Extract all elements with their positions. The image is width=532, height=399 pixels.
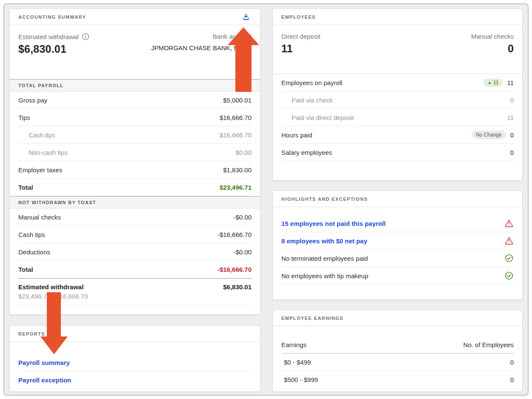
table-row: $0 - $499 0 xyxy=(281,353,514,371)
employees-header: EMPLOYEES xyxy=(273,9,522,25)
table-row: Manual checks -$0.00 xyxy=(18,208,252,226)
estimated-withdrawal-label: Estimated withdrawal xyxy=(18,33,79,40)
exception-row: 8 employees with $0 net pay xyxy=(281,232,514,250)
estimated-withdrawal-value: $6,830.01 xyxy=(18,43,89,55)
not-paid-employees-link[interactable]: 15 employees not paid this payroll xyxy=(281,220,386,227)
accounting-summary-header: ACCOUNTING SUMMARY xyxy=(10,9,260,25)
accounting-summary-title: ACCOUNTING SUMMARY xyxy=(18,14,86,20)
table-row: Paid via direct deposit 11 xyxy=(281,109,514,126)
employee-earnings-card: EMPLOYEE EARNINGS Earnings No. of Employ… xyxy=(272,310,523,392)
download-icon xyxy=(241,12,251,22)
no-change-badge: No Change xyxy=(472,131,506,139)
not-withdrawn-rows: Manual checks -$0.00 Cash tips -$16,666.… xyxy=(10,208,260,278)
highlights-rows: 15 employees not paid this payroll 8 emp… xyxy=(273,215,522,285)
table-row: Cash tips $16,666.70 xyxy=(18,126,252,144)
footer-formula: $23,496.71 - $16,666.70 xyxy=(18,293,88,300)
accounting-summary-card: ACCOUNTING SUMMARY Estimated withdrawal … xyxy=(9,9,260,315)
payroll-exception-link[interactable]: Payroll exception xyxy=(18,376,71,384)
bank-account-label: Bank account xyxy=(151,33,252,40)
table-row: Gross pay $5,000.01 xyxy=(18,91,252,109)
withdrawal-summary: Estimated withdrawal $6,830.01 Bank acco… xyxy=(10,25,260,79)
estimated-withdrawal-footer: Estimated withdrawal $23,496.71 - $16,66… xyxy=(10,279,260,305)
total-payroll-total-row: Total $23,496.71 xyxy=(18,179,252,196)
table-row: Hours paid No Change 0 xyxy=(281,126,514,144)
table-row: Non-cash tips $0.00 xyxy=(18,144,252,161)
warning-icon xyxy=(504,219,514,228)
earnings-table-header: Earnings No. of Employees xyxy=(281,336,514,353)
direct-deposit-value: 11 xyxy=(281,43,320,55)
employees-title: EMPLOYEES xyxy=(281,14,316,20)
employees-summary: Direct deposit 11 Manual checks 0 xyxy=(273,25,522,74)
earnings-column-header: Earnings xyxy=(281,341,306,348)
check-icon xyxy=(504,254,514,263)
info-icon[interactable] xyxy=(82,33,89,40)
reports-title: REPORTS xyxy=(18,331,45,336)
bank-account-value: JPMORGAN CHASE BANK, NA•••• xyxy=(151,44,252,51)
triangle-up-icon: ▲ xyxy=(488,80,492,86)
footer-label: Estimated withdrawal xyxy=(18,283,88,291)
highlights-card: HIGHLIGHTS AND EXCEPTIONS 15 employees n… xyxy=(272,191,523,300)
employees-card: EMPLOYEES Direct deposit 11 Manual check… xyxy=(272,9,523,181)
table-row: Cash tips -$16,666.70 xyxy=(18,226,252,243)
highlights-header: HIGHLIGHTS AND EXCEPTIONS xyxy=(273,191,522,207)
table-row: $500 - $999 0 xyxy=(281,371,514,388)
payroll-summary-link[interactable]: Payroll summary xyxy=(18,359,70,366)
total-payroll-rows: Gross pay $5,000.01 Tips $16,666.70 Cash… xyxy=(10,91,260,196)
table-row: Salary employees 0 xyxy=(281,144,514,161)
zero-net-pay-link[interactable]: 8 employees with $0 net pay xyxy=(281,237,367,245)
highlight-row: No terminated employees paid xyxy=(281,250,514,267)
increase-badge: ▲ 11 xyxy=(483,78,503,87)
estimated-withdrawal-label-row: Estimated withdrawal xyxy=(18,33,89,40)
manual-checks-label: Manual checks xyxy=(471,33,514,40)
divider xyxy=(18,305,252,305)
exception-row: 15 employees not paid this payroll xyxy=(281,215,514,232)
table-row: Employees on payroll ▲ 11 11 xyxy=(281,74,514,91)
earnings-rows: $0 - $499 0 $500 - $999 0 xyxy=(273,353,522,388)
report-link-row: Payroll exception xyxy=(18,371,252,389)
employee-earnings-title: EMPLOYEE EARNINGS xyxy=(281,316,343,321)
reports-links: Payroll summary Payroll exception xyxy=(10,354,260,389)
table-row: Deductions -$0.00 xyxy=(18,243,252,261)
badge-count: 11 xyxy=(493,80,498,86)
report-link-row: Payroll summary xyxy=(18,354,252,371)
highlight-row: No employees with tip makeup xyxy=(281,267,514,285)
reports-header: REPORTS xyxy=(10,326,260,342)
table-row: Paid via check 0 xyxy=(281,91,514,109)
check-icon xyxy=(504,271,514,280)
dashboard-background: ACCOUNTING SUMMARY Estimated withdrawal … xyxy=(3,3,529,396)
not-withdrawn-section-header: NOT WITHDRAWN BY TOAST xyxy=(10,196,260,208)
download-button[interactable] xyxy=(240,11,252,23)
warning-icon xyxy=(504,236,514,245)
table-row: Employer taxes $1,830.00 xyxy=(18,161,252,179)
direct-deposit-label: Direct deposit xyxy=(281,33,320,40)
count-column-header: No. of Employees xyxy=(463,341,514,348)
employees-rows: Employees on payroll ▲ 11 11 Paid via ch… xyxy=(273,74,522,161)
not-withdrawn-total-row: Total -$16,666.70 xyxy=(18,261,252,278)
footer-value: $6,830.01 xyxy=(223,283,252,291)
reports-card: REPORTS Payroll summary Payroll exceptio… xyxy=(9,325,260,392)
total-payroll-section-header: TOTAL PAYROLL xyxy=(10,79,260,91)
manual-checks-value: 0 xyxy=(471,43,514,55)
table-row: Tips $16,666.70 xyxy=(18,109,252,126)
employee-earnings-header: EMPLOYEE EARNINGS xyxy=(273,310,522,326)
highlights-title: HIGHLIGHTS AND EXCEPTIONS xyxy=(281,197,368,202)
